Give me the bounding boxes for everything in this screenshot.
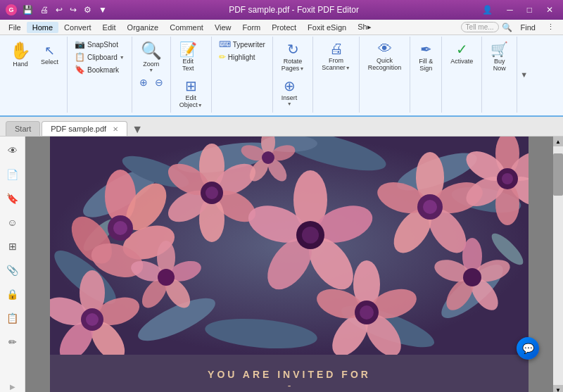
sidebar-bookmark-button[interactable]: 🔖 [3, 189, 23, 208]
menu-foxit-esign[interactable]: Foxit eSign [302, 22, 352, 33]
maximize-button[interactable]: □ [523, 4, 536, 16]
sidebar-security-button[interactable]: 🔒 [3, 284, 23, 304]
menu-view[interactable]: View [209, 22, 237, 33]
pdf-page: YOU ARE INVITED FOR - Dinner [50, 137, 529, 392]
minimize-button[interactable]: ─ [502, 4, 517, 16]
svg-point-51 [502, 173, 513, 184]
buy-now-label: Buy [494, 58, 505, 65]
fill-sign-button[interactable]: ✒ Fill & Sign [415, 38, 437, 75]
app-icon: G [6, 4, 17, 15]
insert-arrow: ▼ [287, 101, 292, 106]
sidebar-attachments-button[interactable]: 📎 [3, 260, 23, 280]
sidebar-page-button[interactable]: 📄 [3, 165, 23, 184]
tab-start[interactable]: Start [6, 121, 40, 136]
zoom-out-button[interactable]: ⊖ [152, 75, 166, 89]
right-scrollbar[interactable]: ▲ ▼ [553, 137, 563, 392]
ribbon-group-recognition: 👁 Quick Recognition [361, 37, 411, 113]
edit-text-button[interactable]: 📝 Edit Text [175, 38, 201, 75]
fill-sign-icon: ✒ [420, 41, 432, 58]
ribbon: ✋ Hand ↖ Select 📷 SnapShot 📋 Clipboard ▼… [0, 35, 563, 117]
invitation-area: YOU ARE INVITED FOR - Dinner [50, 355, 529, 392]
scroll-track[interactable] [553, 146, 563, 385]
insert-icon: ⊕ [284, 77, 296, 94]
ribbon-row-tools: ✋ Hand ↖ Select [6, 38, 63, 70]
menu-form[interactable]: Form [237, 22, 267, 33]
bookmark-button[interactable]: 🔖 Bookmark [72, 63, 122, 76]
hand-label: Hand [13, 61, 28, 68]
activate-button[interactable]: ✓ Activate [446, 38, 477, 68]
tab-close-button[interactable]: ✕ [113, 125, 118, 133]
menu-home[interactable]: Home [27, 22, 58, 33]
menu-edit[interactable]: Edit [97, 22, 122, 33]
svg-point-43 [423, 200, 437, 214]
menu-file[interactable]: File [3, 22, 27, 33]
rotate-icon: ↻ [287, 41, 299, 58]
insert-button[interactable]: ⊕ Insert ▼ [277, 75, 302, 109]
qat-print[interactable]: 🖨 [37, 4, 51, 16]
svg-point-29 [205, 186, 218, 199]
qat-save[interactable]: 💾 [20, 4, 36, 16]
bookmark-icon: 🔖 [75, 65, 85, 75]
snapshot-icon: 📷 [75, 39, 85, 49]
typewriter-button[interactable]: ⌨ Typewriter [216, 38, 268, 51]
close-button[interactable]: ✕ [542, 4, 557, 16]
scroll-thumb[interactable] [553, 153, 563, 196]
qat-more[interactable]: ⚙ [81, 4, 94, 16]
svg-point-77 [463, 268, 481, 286]
sidebar-layers-button[interactable]: ⊞ [3, 236, 23, 256]
ribbon-scroll-button[interactable]: ▼ [519, 37, 529, 113]
edit-text-label: Edit [183, 58, 194, 65]
dash-separator: - [50, 380, 529, 391]
quick-recognition-button[interactable]: 👁 Quick Recognition [364, 38, 406, 74]
zoom-out-icon: ⊖ [155, 77, 163, 88]
recognition-icon: 👁 [378, 41, 392, 57]
sidebar-navigate-button[interactable]: 👁 [3, 141, 23, 160]
zoom-in-button[interactable]: ⊕ [137, 75, 151, 89]
menu-convert[interactable]: Convert [58, 22, 97, 33]
select-tool-button[interactable]: ↖ Select [37, 40, 63, 68]
sidebar-signatures-button[interactable]: ✏ [3, 332, 23, 352]
menu-share[interactable]: Sh▸ [352, 21, 377, 33]
bookmark-label: Bookmark [87, 66, 119, 74]
qat-redo[interactable]: ↪ [67, 4, 80, 16]
tab-scroll-right[interactable]: ▼ [132, 123, 143, 136]
clipboard-button[interactable]: 📋 Clipboard ▼ [72, 51, 127, 63]
zoom-button[interactable]: 🔍 Zoom ▼ [137, 38, 166, 75]
qat-undo[interactable]: ↩ [53, 4, 65, 16]
chat-glyph: 💬 [522, 343, 534, 354]
sidebar-comment-button[interactable]: ☺ [3, 213, 23, 232]
scroll-up-button[interactable]: ▲ [553, 137, 563, 146]
menu-options[interactable]: ⋮ [541, 21, 560, 33]
highlight-button[interactable]: ✏ Highlight [216, 51, 258, 63]
menu-organize[interactable]: Organize [122, 22, 165, 33]
search-separator: 🔍 [502, 23, 512, 32]
snapshot-button[interactable]: 📷 SnapShot [72, 38, 121, 51]
zoom-arrow: ▼ [148, 68, 153, 72]
sidebar-fields-button[interactable]: 📋 [3, 308, 23, 328]
buy-now-button[interactable]: 🛒 Buy Now [486, 38, 512, 75]
menu-protect[interactable]: Protect [266, 22, 302, 33]
ribbon-group-edit: 📝 Edit Text ⊞ Edit Object▼ [172, 37, 212, 113]
edit-object-button[interactable]: ⊞ Edit Object▼ [175, 75, 207, 111]
clipboard-icon: 📋 [75, 52, 85, 62]
from-scanner-button[interactable]: 🖨 From Scanner▼ [317, 38, 354, 74]
profile-button[interactable]: 👤 [478, 4, 497, 16]
rotate-pages-button[interactable]: ↻ Rotate Pages▼ [277, 38, 308, 75]
foxit-chat-icon[interactable]: 💬 [517, 337, 539, 360]
tell-me-input[interactable]: Tell me... [461, 22, 499, 32]
menu-find[interactable]: Find [515, 22, 541, 33]
svg-point-71 [158, 269, 175, 286]
tab-pdf[interactable]: PDF sample.pdf ✕ [42, 121, 127, 136]
pdf-viewport[interactable]: YOU ARE INVITED FOR - Dinner 💬 [25, 137, 553, 392]
scroll-down-button[interactable]: ▼ [553, 385, 563, 392]
typewriter-label: Typewriter [233, 41, 265, 49]
qat-dropdown[interactable]: ▼ [96, 4, 110, 16]
menu-comment[interactable]: Comment [164, 22, 209, 33]
edit-text-icon: 📝 [179, 41, 197, 58]
sidebar-expand-button[interactable]: ▶ [10, 383, 15, 391]
hand-tool-button[interactable]: ✋ Hand [6, 38, 35, 70]
svg-point-83 [262, 151, 274, 164]
select-label: Select [41, 58, 58, 65]
zoom-icon: 🔍 [141, 41, 162, 61]
zoom-label: Zoom [143, 61, 159, 68]
